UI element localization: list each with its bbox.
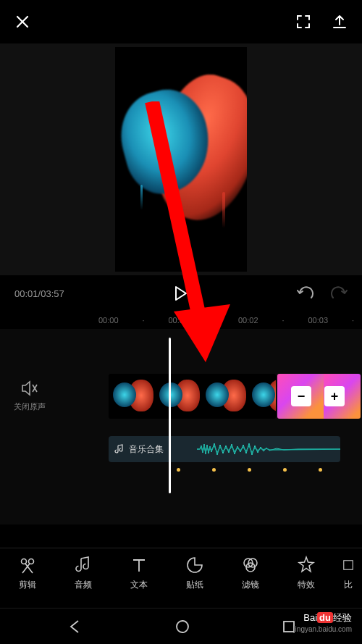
redo-button[interactable] bbox=[330, 286, 348, 301]
svg-point-0 bbox=[22, 559, 27, 564]
bottom-toolbar: 剪辑 音频 文本 贴纸 滤镜 特效 比 bbox=[0, 548, 362, 604]
tool-effects[interactable]: 特效 bbox=[279, 556, 334, 604]
tool-text[interactable]: 文本 bbox=[111, 556, 167, 604]
tool-edit[interactable]: 剪辑 bbox=[0, 556, 56, 604]
tool-audio[interactable]: 音频 bbox=[56, 556, 111, 604]
export-button[interactable] bbox=[332, 14, 348, 30]
nav-home-button[interactable] bbox=[175, 619, 190, 634]
play-button[interactable] bbox=[173, 285, 188, 301]
watermark: Baidu经验 jingyan.baidu.com bbox=[293, 611, 352, 634]
undo-button[interactable] bbox=[297, 286, 314, 301]
audio-label: 音乐合集 bbox=[129, 443, 164, 456]
svg-point-1 bbox=[29, 559, 34, 564]
music-icon bbox=[114, 444, 125, 454]
time-display: 00:01/03:57 bbox=[14, 288, 64, 299]
tool-filter[interactable]: 滤镜 bbox=[223, 556, 279, 604]
tool-sticker[interactable]: 贴纸 bbox=[167, 556, 223, 604]
preview-frame bbox=[115, 47, 247, 272]
svg-rect-7 bbox=[284, 622, 294, 632]
timeline[interactable]: 关闭原声 − + 音乐合集 bbox=[0, 329, 362, 524]
mute-label: 关闭原声 bbox=[0, 401, 59, 412]
video-clip-2[interactable] bbox=[277, 374, 361, 419]
timeline-ruler: 00:00 · 00:01 · 00:02 · 00:03 · bbox=[0, 311, 362, 329]
svg-point-6 bbox=[177, 621, 188, 632]
clip-add-button[interactable]: + bbox=[324, 386, 345, 406]
audio-track[interactable]: 音乐合集 bbox=[109, 436, 340, 462]
clip-remove-button[interactable]: − bbox=[291, 386, 311, 406]
beat-markers bbox=[177, 468, 322, 472]
svg-rect-5 bbox=[344, 561, 353, 569]
close-button[interactable] bbox=[14, 14, 30, 30]
video-preview[interactable] bbox=[0, 43, 362, 275]
fullscreen-button[interactable] bbox=[295, 14, 311, 30]
audio-waveform bbox=[197, 442, 340, 456]
tool-ratio[interactable]: 比 bbox=[334, 556, 362, 604]
video-clip[interactable] bbox=[109, 374, 276, 419]
nav-back-button[interactable] bbox=[67, 619, 83, 635]
mute-button[interactable] bbox=[0, 380, 59, 397]
playhead[interactable] bbox=[169, 338, 171, 493]
